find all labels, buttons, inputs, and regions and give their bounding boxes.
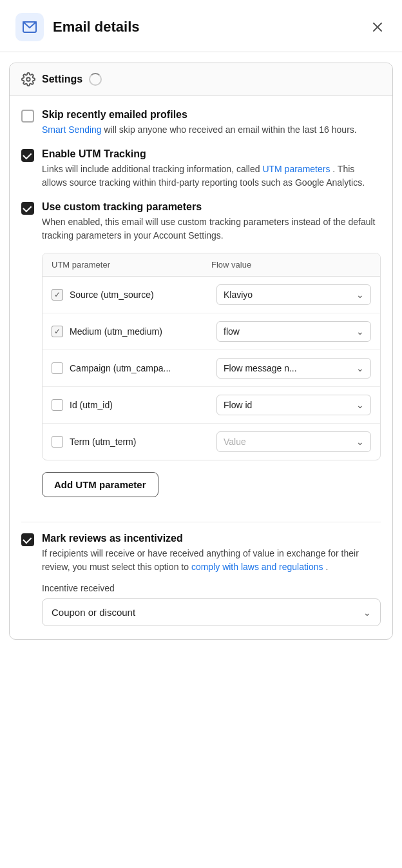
settings-body: Skip recently emailed profiles Smart Sen… [10, 96, 392, 639]
settings-header: Settings [10, 63, 392, 96]
utm-term-value: Value [224, 437, 246, 447]
custom-tracking-row: Use custom tracking parameters When enab… [21, 201, 381, 510]
close-icon [371, 21, 384, 34]
utm-row-term: Term (utm_term) Value ⌄ [43, 424, 380, 460]
incentive-value: Coupon or discount [52, 607, 135, 618]
utm-campaign-label: Campaign (utm_campa... [70, 363, 210, 373]
utm-source-chevron-icon: ⌄ [356, 290, 364, 300]
mark-reviews-desc-suffix: . [325, 562, 328, 572]
skip-recently-description: Smart Sending will skip anyone who recei… [42, 123, 381, 137]
utm-id-value: Flow id [224, 400, 252, 410]
enable-utm-label: Enable UTM Tracking [42, 148, 381, 160]
utm-campaign-chevron-icon: ⌄ [356, 363, 364, 373]
mark-reviews-label: Mark reviews as incentivized [42, 533, 381, 544]
header: Email details [0, 0, 402, 52]
utm-id-checkbox[interactable] [52, 399, 63, 411]
skip-recently-desc-suffix: will skip anyone who received an email w… [104, 124, 357, 135]
mark-reviews-checkbox[interactable] [21, 533, 34, 546]
email-icon-wrap [15, 13, 44, 41]
mark-reviews-row: Mark reviews as incentivized If recipien… [21, 533, 381, 626]
utm-table-header: UTM parameter Flow value [43, 253, 380, 277]
loading-spinner [89, 73, 102, 86]
utm-medium-checkbox[interactable] [52, 326, 63, 337]
utm-row-source: Source (utm_source) Klaviyo ⌄ [43, 277, 380, 313]
mark-reviews-description: If recipients will receive or have recei… [42, 547, 381, 574]
utm-term-chevron-icon: ⌄ [356, 437, 364, 447]
utm-campaign-value: Flow message n... [224, 363, 297, 373]
incentive-label: Incentive received [42, 583, 381, 593]
svg-point-3 [26, 77, 30, 81]
mark-reviews-label-group: Mark reviews as incentivized If recipien… [42, 533, 381, 626]
comply-laws-link[interactable]: comply with laws and regulations [191, 562, 323, 572]
utm-source-value: Klaviyo [224, 290, 253, 300]
utm-source-checkbox[interactable] [52, 289, 63, 301]
enable-utm-description: Links will include additional tracking i… [42, 163, 381, 190]
settings-section: Settings Skip recently emailed profiles … [9, 63, 393, 640]
skip-recently-checkbox[interactable] [21, 110, 34, 123]
utm-table: UTM parameter Flow value Source (utm_sou… [42, 253, 381, 460]
close-button[interactable] [368, 18, 387, 36]
utm-row-medium: Medium (utm_medium) flow ⌄ [43, 313, 380, 350]
email-icon [22, 19, 37, 35]
enable-utm-desc-prefix: Links will include additional tracking i… [42, 164, 262, 174]
gear-icon [21, 72, 35, 86]
utm-source-label: Source (utm_source) [70, 290, 210, 300]
incentive-chevron-icon: ⌄ [363, 607, 371, 618]
utm-col-value-header: Flow value [211, 260, 371, 270]
add-utm-button-label: Add UTM parameter [54, 479, 146, 490]
section-divider [21, 522, 381, 522]
header-left: Email details [15, 13, 140, 41]
enable-utm-row: Enable UTM Tracking Links will include a… [21, 148, 381, 190]
utm-source-dropdown[interactable]: Klaviyo ⌄ [216, 284, 371, 305]
utm-parameters-link[interactable]: UTM parameters [262, 164, 330, 174]
utm-campaign-dropdown[interactable]: Flow message n... ⌄ [216, 358, 371, 379]
incentive-dropdown[interactable]: Coupon or discount ⌄ [42, 598, 381, 626]
skip-recently-row: Skip recently emailed profiles Smart Sen… [21, 109, 381, 137]
utm-row-id: Id (utm_id) Flow id ⌄ [43, 387, 380, 424]
skip-recently-label: Skip recently emailed profiles [42, 109, 381, 121]
utm-id-chevron-icon: ⌄ [356, 400, 364, 410]
utm-term-label: Term (utm_term) [70, 437, 210, 447]
enable-utm-label-group: Enable UTM Tracking Links will include a… [42, 148, 381, 190]
enable-utm-checkbox[interactable] [21, 149, 34, 162]
utm-row-campaign: Campaign (utm_campa... Flow message n...… [43, 350, 380, 387]
utm-term-dropdown[interactable]: Value ⌄ [216, 431, 371, 452]
header-divider [0, 52, 402, 52]
custom-tracking-checkbox[interactable] [21, 202, 34, 215]
utm-medium-value: flow [224, 326, 240, 337]
add-utm-button[interactable]: Add UTM parameter [42, 472, 158, 497]
utm-medium-chevron-icon: ⌄ [356, 326, 364, 337]
skip-recently-label-group: Skip recently emailed profiles Smart Sen… [42, 109, 381, 137]
custom-tracking-label: Use custom tracking parameters [42, 201, 381, 213]
custom-tracking-description: When enabled, this email will use custom… [42, 215, 381, 242]
custom-tracking-label-group: Use custom tracking parameters When enab… [42, 201, 381, 510]
settings-title: Settings [42, 74, 82, 85]
utm-campaign-checkbox[interactable] [52, 362, 63, 374]
utm-id-label: Id (utm_id) [70, 400, 210, 410]
utm-term-checkbox[interactable] [52, 436, 63, 448]
smart-sending-link[interactable]: Smart Sending [42, 124, 102, 135]
utm-id-dropdown[interactable]: Flow id ⌄ [216, 395, 371, 415]
page-title: Email details [53, 19, 140, 35]
utm-medium-dropdown[interactable]: flow ⌄ [216, 321, 371, 342]
utm-col-param-header: UTM parameter [52, 260, 211, 270]
utm-medium-label: Medium (utm_medium) [70, 326, 210, 337]
